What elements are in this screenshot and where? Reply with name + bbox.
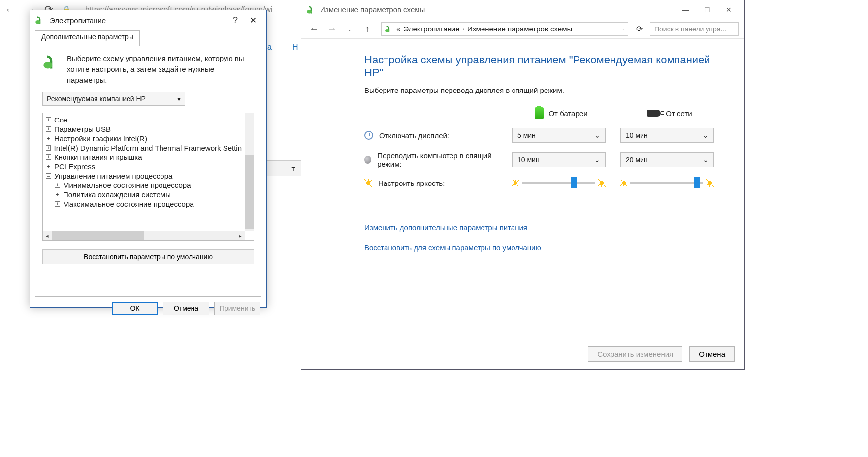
restore-defaults-button[interactable]: Восстановить параметры по умолчанию — [42, 249, 254, 264]
tree-item-pci-express[interactable]: +PCI Express — [46, 162, 242, 171]
cancel-button[interactable]: Отмена — [163, 302, 209, 315]
brightness-ac-slider[interactable] — [620, 177, 714, 189]
sun-bright-icon — [598, 179, 606, 187]
chevron-down-icon: ⌄ — [594, 131, 600, 139]
svg-point-0 — [35, 20, 40, 24]
tab-body: Выберите схему управления питанием, кото… — [35, 46, 261, 297]
nav-recent-icon[interactable]: ⌄ — [343, 26, 356, 32]
breadcrumb-prev-icon[interactable]: « — [396, 25, 400, 33]
battery-icon — [535, 107, 544, 119]
breadcrumb-item-a[interactable]: Электропитание — [403, 25, 459, 33]
chevron-down-icon: ▾ — [177, 95, 181, 103]
sun-dim-icon — [620, 180, 627, 186]
brightness-icon — [364, 179, 372, 187]
page-subtitle: Выберите параметры перевода дисплея в сп… — [364, 86, 720, 94]
chevron-down-icon: ⌄ — [703, 156, 708, 164]
breadcrumb-item-b[interactable]: Изменение параметров схемы — [467, 25, 572, 33]
help-button[interactable]: ? — [226, 15, 245, 26]
sleep-ac-select[interactable]: 20 мин⌄ — [620, 152, 714, 167]
close-button[interactable]: ✕ — [718, 6, 739, 14]
sleep-icon — [364, 156, 371, 164]
slider-handle[interactable] — [571, 177, 577, 188]
brightness-battery-slider[interactable] — [512, 177, 606, 189]
window-titlebar: Изменение параметров схемы — ☐ ✕ — [301, 0, 744, 19]
tree-hscroll[interactable]: ◂ ▸ — [43, 231, 245, 240]
scheme-selected: Рекомендуемая компанией HP — [47, 95, 146, 103]
chevron-down-icon[interactable]: ⌄ — [621, 26, 625, 31]
svg-point-3 — [385, 29, 389, 32]
apply-button[interactable]: Применить — [214, 302, 260, 315]
edit-plan-window: Изменение параметров схемы — ☐ ✕ ← → ⌄ ↑… — [301, 0, 745, 370]
ok-button[interactable]: ОК — [112, 302, 158, 315]
row-sleep: Переводить компьютер в спящий режим: — [364, 152, 502, 168]
sleep-battery-select[interactable]: 10 мин⌄ — [512, 152, 606, 167]
chevron-down-icon: ⌄ — [594, 156, 600, 164]
power-icon — [35, 15, 45, 25]
row-display-off: Отключать дисплей: — [364, 131, 502, 140]
scheme-combobox[interactable]: Рекомендуемая компанией HP ▾ — [42, 92, 185, 106]
back-icon[interactable]: ← — [5, 3, 16, 16]
save-button[interactable]: Сохранить изменения — [588, 346, 682, 362]
nav-up-icon[interactable]: ↑ — [360, 23, 374, 34]
power-icon — [306, 5, 316, 15]
nav-back-icon[interactable]: ← — [307, 23, 321, 34]
link-advanced-settings[interactable]: Изменить дополнительные параметры питани… — [364, 223, 720, 232]
display-off-icon — [364, 131, 373, 140]
tree-item-proc-min[interactable]: +Минимальное состояние процессора — [46, 181, 242, 190]
tab-advanced[interactable]: Дополнительные параметры — [35, 30, 140, 46]
refresh-button[interactable]: ⟳ — [632, 24, 646, 33]
row-brightness: Настроить яркость: — [364, 179, 502, 187]
dialog-title: Электропитание — [50, 16, 226, 25]
power-icon — [42, 53, 60, 71]
tree-item-intel-graphics[interactable]: +Настройки графики Intel(R) — [46, 134, 242, 143]
close-button[interactable]: ✕ — [245, 15, 261, 26]
chevron-right-icon: › — [463, 26, 464, 31]
dialog-titlebar: Электропитание ? ✕ — [30, 10, 266, 30]
settings-tree[interactable]: +Сон +Параметры USB +Настройки графики I… — [42, 113, 254, 241]
sun-dim-icon — [512, 180, 519, 186]
tree-item-cooling-policy[interactable]: +Политика охлаждения системы — [46, 190, 242, 199]
column-battery: От батареи — [512, 107, 611, 119]
tab-row: Дополнительные параметры — [30, 30, 266, 46]
nav-toolbar: ← → ⌄ ↑ « Электропитание › Изменение пар… — [301, 19, 744, 39]
tree-item-intel-dptf[interactable]: +Intel(R) Dynamic Platform and Thermal F… — [46, 143, 242, 152]
plug-icon — [647, 110, 661, 117]
tree-item-usb[interactable]: +Параметры USB — [46, 124, 242, 134]
bg-tab-2[interactable]: Н — [292, 43, 298, 52]
window-title: Изменение параметров схемы — [320, 5, 675, 14]
tree-vscroll[interactable] — [245, 113, 254, 231]
page-title: Настройка схемы управления питанием "Рек… — [364, 54, 720, 79]
chevron-down-icon: ⌄ — [703, 131, 708, 139]
cancel-button[interactable]: Отмена — [689, 346, 735, 362]
display-battery-select[interactable]: 5 мин⌄ — [512, 128, 606, 143]
scroll-left-icon[interactable]: ◂ — [43, 231, 52, 240]
tree-item-sleep[interactable]: +Сон — [46, 115, 242, 124]
slider-handle[interactable] — [694, 177, 700, 188]
tree-item-processor[interactable]: –Управление питанием процессора — [46, 171, 242, 181]
tree-item-buttons-lid[interactable]: +Кнопки питания и крышка — [46, 152, 242, 162]
minimize-button[interactable]: — — [675, 6, 696, 14]
svg-point-2 — [307, 10, 312, 14]
tree-item-proc-max[interactable]: +Максимальное состояние процессора — [46, 199, 242, 209]
column-ac: От сети — [620, 109, 719, 118]
scroll-right-icon[interactable]: ▸ — [236, 231, 245, 240]
breadcrumb[interactable]: « Электропитание › Изменение параметров … — [381, 22, 628, 36]
svg-point-1 — [43, 62, 52, 69]
sun-bright-icon — [706, 179, 714, 187]
link-restore-defaults[interactable]: Восстановить для схемы параметры по умол… — [364, 244, 720, 252]
nav-forward-icon: → — [325, 23, 339, 34]
bg-tab-1[interactable]: а — [267, 43, 272, 52]
display-ac-select[interactable]: 10 мин⌄ — [620, 128, 714, 143]
power-options-dialog: Электропитание ? ✕ Дополнительные параме… — [30, 10, 267, 308]
power-icon — [385, 25, 393, 33]
search-input[interactable]: Поиск в панели упра... — [650, 22, 739, 36]
dialog-description: Выберите схему управления питанием, кото… — [67, 53, 254, 85]
maximize-button[interactable]: ☐ — [696, 6, 718, 14]
